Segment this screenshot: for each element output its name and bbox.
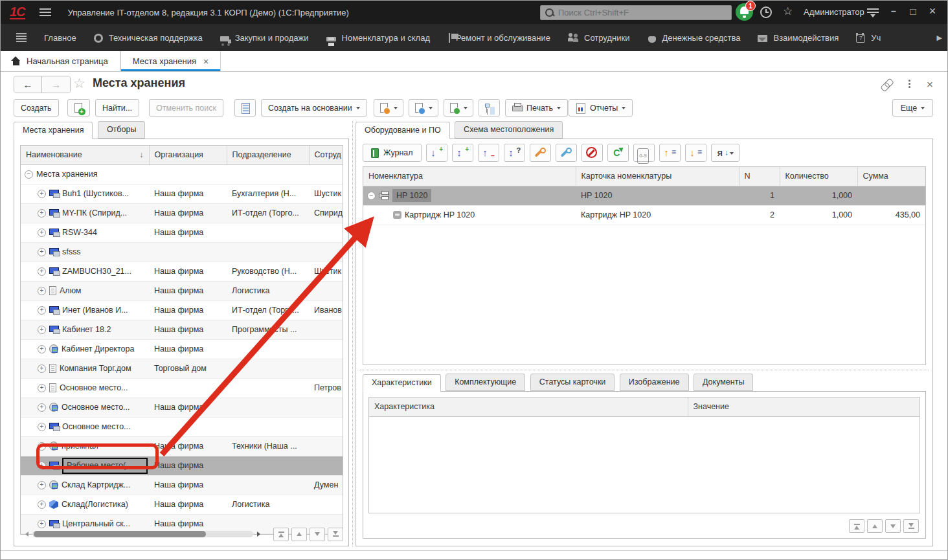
horizontal-scrollbar[interactable] [32, 531, 253, 537]
expand-icon[interactable] [38, 190, 46, 198]
table-row[interactable]: Инет (Иванов И... Наша фирма ИТ-отдел (Т… [21, 300, 343, 320]
table-row[interactable]: Основное место... Наша фирма [21, 398, 343, 417]
minimize-button[interactable] [886, 6, 901, 16]
tab-location-scheme[interactable]: Схема местоположения [455, 121, 563, 139]
menu-item-money[interactable]: Денежные средства [647, 33, 740, 43]
table-row[interactable]: приемная Наша фирма Техники (Наша ... [21, 436, 343, 456]
global-search[interactable] [540, 5, 732, 20]
go-last-button[interactable] [328, 528, 343, 541]
add-equipment-button[interactable] [426, 144, 447, 162]
column-header-department[interactable]: Подразделение [227, 146, 309, 164]
go-up-button[interactable] [291, 528, 307, 541]
table-row[interactable]: Кабинет 18.2 Наша фирма Программисты ... [21, 320, 343, 339]
collapse-icon[interactable] [367, 192, 376, 200]
table-row-selected[interactable]: HP 1020 HP 1020 1 1,000 [363, 186, 925, 205]
table-row[interactable]: RSW-344 Наша фирма [21, 223, 343, 242]
column-header-name[interactable]: Наименование [21, 146, 149, 164]
tab-storage-locations[interactable]: Места хранения [120, 51, 221, 71]
tab-home[interactable]: Начальная страница [1, 51, 120, 71]
scroll-right-icon[interactable] [257, 532, 260, 537]
expand-icon[interactable] [38, 287, 46, 295]
column-header-employee[interactable]: Сотруд [309, 146, 343, 164]
tab-characteristics[interactable]: Характеристики [363, 374, 441, 392]
table-row[interactable]: Алюм Наша фирма Логистика [21, 281, 343, 300]
check-move-button[interactable] [504, 144, 525, 162]
go-up-button[interactable] [867, 519, 883, 533]
go-down-button[interactable] [885, 519, 901, 533]
sections-list-icon[interactable] [16, 33, 27, 34]
current-user[interactable]: Администратор [804, 7, 864, 17]
menu-item-interactions[interactable]: Взаимодействия [758, 33, 839, 43]
move-down-button[interactable] [685, 144, 706, 162]
favorites-star-icon[interactable]: ☆ [783, 5, 793, 18]
horizontal-splitter[interactable] [360, 370, 929, 370]
create-based-on-button[interactable]: Создать на основании [261, 99, 367, 117]
go-last-button[interactable] [903, 519, 919, 533]
table-row[interactable]: sfsss [21, 242, 343, 262]
table-row[interactable]: Основное место... [21, 417, 343, 436]
search-input[interactable] [558, 8, 720, 17]
menu-item-support[interactable]: Техническая поддержка [94, 33, 203, 43]
tab-components[interactable]: Комплектующие [446, 374, 525, 391]
column-header-sum[interactable]: Сумма [857, 167, 925, 186]
column-header-nomenclature[interactable]: Номенклатура [363, 167, 576, 186]
column-header-n[interactable]: N [739, 167, 780, 186]
expand-icon[interactable] [38, 229, 46, 237]
go-first-button[interactable] [849, 519, 864, 533]
expand-icon[interactable] [38, 364, 46, 373]
document-actions-button[interactable] [374, 99, 403, 117]
tab-card-statuses[interactable]: Статусы карточки [530, 374, 615, 391]
move-up-button[interactable] [659, 144, 681, 162]
expand-icon[interactable] [38, 248, 46, 256]
expand-icon[interactable] [38, 500, 46, 509]
expand-icon[interactable] [38, 384, 46, 392]
table-actions-button[interactable] [409, 99, 438, 117]
table-row[interactable]: Основное место... Петров [21, 378, 343, 398]
more-button[interactable]: Еще [892, 99, 933, 117]
refresh-button[interactable] [607, 144, 629, 162]
column-header-card[interactable]: Карточка номенклатуры [576, 167, 739, 186]
go-first-button[interactable] [273, 528, 289, 541]
panel-splitter[interactable] [352, 121, 353, 546]
tab-equipment[interactable]: Оборудование и ПО [356, 122, 450, 139]
table-row[interactable]: Компания Торг.дом Торговый дом [21, 359, 343, 378]
menu-item-repair[interactable]: Ремонт и обслуживание [447, 33, 550, 43]
print-button[interactable]: Печать [505, 99, 568, 117]
create-button[interactable]: Создать [14, 99, 59, 117]
tab-documents[interactable]: Документы [694, 374, 753, 391]
hierarchy-view-button[interactable] [479, 99, 500, 117]
expand-icon[interactable] [38, 403, 46, 412]
close-window-button[interactable] [925, 5, 940, 18]
add-move-button[interactable] [452, 144, 473, 162]
service-settings-icon[interactable] [867, 8, 879, 10]
sort-button[interactable] [711, 144, 739, 162]
column-header-organization[interactable]: Организация [149, 146, 227, 164]
maximize-button[interactable] [906, 6, 920, 17]
table-row-selected[interactable]: Рабочее место(... Наша фирма [21, 456, 343, 475]
add-to-favorites-star-icon[interactable] [73, 76, 85, 91]
go-down-button[interactable] [310, 528, 325, 541]
tab-storage-list[interactable]: Места хранения [14, 122, 93, 139]
create-group-button[interactable] [67, 99, 90, 117]
scroll-left-icon[interactable] [25, 532, 28, 537]
column-header-characteristic[interactable]: Характеристика [369, 398, 688, 416]
remove-equipment-button[interactable] [478, 144, 499, 162]
back-button[interactable] [14, 76, 42, 93]
expand-icon[interactable] [38, 326, 46, 334]
expand-icon[interactable] [38, 345, 46, 353]
history-icon[interactable] [760, 6, 772, 18]
table-row[interactable]: Склад(Логистика) Наша фирма Логистика [21, 495, 343, 514]
numbering-button[interactable] [633, 144, 655, 162]
expand-icon[interactable] [38, 267, 46, 276]
expand-icon[interactable] [38, 423, 46, 431]
tab-image[interactable]: Изображение [620, 374, 689, 391]
writeoff-button[interactable] [581, 144, 603, 162]
column-header-value[interactable]: Значение [688, 398, 920, 416]
repair-blue-button[interactable] [556, 144, 577, 162]
close-form-icon[interactable] [927, 78, 933, 91]
table-row[interactable]: MY-ПК (Спирид... Наша фирма ИТ-отдел (То… [21, 203, 343, 223]
equipment-actions-button[interactable] [444, 99, 473, 117]
expand-icon[interactable] [38, 209, 46, 218]
repair-orange-button[interactable] [530, 144, 551, 162]
menu-item-main[interactable]: Главное [44, 33, 76, 43]
